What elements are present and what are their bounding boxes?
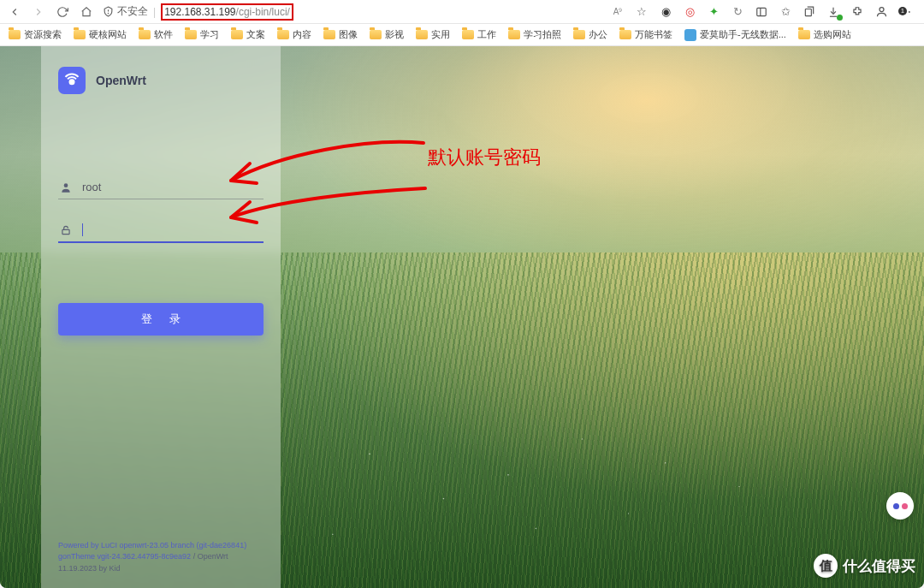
downloads-icon[interactable] [826,5,840,19]
folder-icon [139,30,151,39]
bookmark-label: 办公 [589,28,607,41]
site-favicon [684,29,696,41]
bookmark-item[interactable]: 爱莫助手-无线数据... [684,28,786,41]
svg-point-5 [880,8,884,12]
bookmark-label: 万能书签 [635,28,672,41]
annotation-text: 默认账号密码 [428,145,541,170]
footer-luci-link[interactable]: Powered by LuCI openwrt-23.05 branch (gi… [58,541,246,549]
brand-name: OpenWrt [96,74,146,87]
refresh-button[interactable] [55,4,70,20]
footer-text: Powered by LuCI openwrt-23.05 branch (gi… [58,540,264,582]
bookmark-item[interactable]: 实用 [416,28,450,41]
folder-icon [798,30,810,39]
bookmark-label: 内容 [293,28,311,41]
brand-row: OpenWrt [58,67,264,94]
bookmark-label: 硬核网站 [89,28,127,41]
folder-icon [231,30,243,39]
security-text: 不安全 [117,4,148,19]
collections-icon[interactable] [803,5,816,19]
bookmark-item[interactable]: 硬核网站 [74,28,127,41]
security-indicator[interactable]: 不安全 [103,4,148,19]
bookmark-label: 实用 [431,28,450,41]
bookmark-label: 学习 [200,28,219,41]
svg-rect-4 [805,9,811,15]
bookmark-item[interactable]: 学习 [185,28,219,41]
url-host: 192.168.31.199 [164,6,235,18]
bookmark-item[interactable]: 影视 [370,28,404,41]
folder-icon [370,30,382,39]
favorites-icon[interactable]: ✩ [779,5,792,19]
bookmark-label: 选购网站 [814,28,851,41]
svg-rect-2 [757,8,767,15]
sidebar-toggle-icon[interactable] [755,5,768,19]
password-input[interactable] [92,223,262,236]
folder-icon [573,30,585,39]
svg-point-7 [64,183,68,187]
folder-icon [9,30,21,39]
page-viewport: OpenWrt 登 录 Powered by LuCI openwrt-23.0… [0,46,924,588]
account-icon[interactable] [874,5,888,19]
bookmark-item[interactable]: 选购网站 [798,28,851,41]
bookmark-item[interactable]: 图像 [323,28,358,41]
bookmark-item[interactable]: 学习拍照 [508,28,561,41]
extension-icon-4[interactable]: ↻ [731,5,744,19]
more-icon[interactable]: ⋯ 1 [898,5,912,19]
home-button[interactable] [79,4,94,20]
bookmark-item[interactable]: 内容 [277,28,311,41]
bookmark-label: 爱莫助手-无线数据... [700,28,786,41]
url-path: /cgi-bin/luci/ [236,6,290,18]
svg-rect-8 [62,229,69,234]
bookmark-label: 影视 [385,28,404,41]
forward-button[interactable] [31,4,46,20]
bookmarks-bar: 资源搜索 硬核网站 软件 学习 文案 内容 图像 影视 实用 工作 学习拍照 办… [0,24,924,46]
folder-icon [323,30,335,39]
text-caret [82,223,83,236]
bookmark-item[interactable]: 办公 [573,28,607,41]
bookmark-label: 文案 [246,28,265,41]
login-button[interactable]: 登 录 [58,303,264,336]
notification-badge: 1 [898,7,907,15]
extension-icon-1[interactable]: ◉ [659,5,672,19]
svg-point-1 [108,13,109,14]
folder-icon [416,30,428,39]
username-input[interactable] [82,181,262,193]
svg-point-6 [70,80,74,84]
bookmark-label: 学习拍照 [524,28,561,41]
password-row[interactable] [58,218,264,243]
bookmark-label: 工作 [477,28,496,41]
favorite-icon[interactable]: ☆ [635,5,649,19]
extension-icon-3[interactable]: ✦ [707,5,720,19]
folder-icon [74,30,86,39]
bookmark-label: 资源搜索 [24,28,62,41]
folder-icon [277,30,289,39]
footer-theme-link[interactable]: gonTheme vgit-24.362.44795-8c9ea92 [58,552,191,561]
extensions-icon[interactable] [850,5,864,19]
user-icon [60,181,74,193]
bookmark-label: 图像 [339,28,358,41]
login-panel: OpenWrt 登 录 Powered by LuCI openwrt-23.0… [41,46,281,588]
bookmark-item[interactable]: 万能书签 [619,28,672,41]
bookmark-label: 软件 [154,28,173,41]
folder-icon [619,30,631,39]
ai-label[interactable]: A⁹ [611,5,625,19]
folder-icon [462,30,474,39]
bookmark-item[interactable]: 工作 [462,28,496,41]
folder-icon [508,30,520,39]
watermark-text: 什么值得买 [843,556,915,576]
watermark: 值 什么值得买 [814,554,915,578]
openwrt-logo-icon [58,67,86,94]
floating-assistant-button[interactable] [886,492,914,520]
bookmark-item[interactable]: 文案 [231,28,265,41]
url-bar[interactable]: 不安全 | 192.168.31.199/cgi-bin/luci/ [103,3,293,21]
username-row[interactable] [58,175,264,199]
toolbar-right-icons: A⁹ ☆ ◉ ◎ ✦ ↻ ✩ ⋯ 1 [611,5,917,19]
back-button[interactable] [7,4,22,20]
watermark-badge: 值 [814,554,838,578]
folder-icon [185,30,197,39]
bookmark-item[interactable]: 软件 [139,28,173,41]
browser-toolbar: 不安全 | 192.168.31.199/cgi-bin/luci/ A⁹ ☆ … [0,0,924,24]
url-highlight-box: 192.168.31.199/cgi-bin/luci/ [161,3,293,21]
bookmark-item[interactable]: 资源搜索 [9,28,62,41]
extension-icon-2[interactable]: ◎ [683,5,696,19]
lock-icon [60,224,74,236]
